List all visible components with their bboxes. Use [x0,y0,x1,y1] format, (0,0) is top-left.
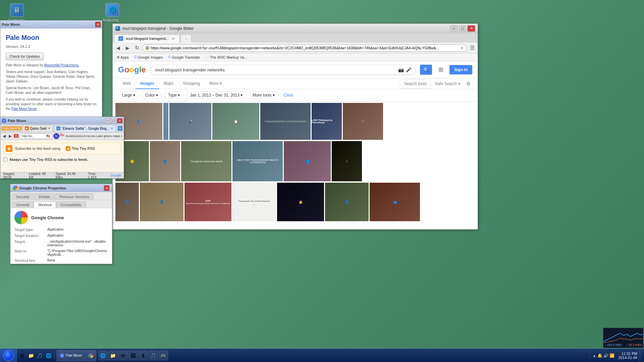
desktop-icon-analyzing[interactable]: 🌐 Analyzing... [99,3,126,22]
browser-tab-eleanor[interactable]: G "Eleanor Saitta" - Google Blog... ✕ [54,125,116,132]
safe-search-button[interactable]: Safe Search ▾ [431,79,464,88]
tray-expand-btn[interactable]: ▲ [593,354,596,358]
tab-manager-icon[interactable]: ⊞ [118,126,122,131]
image-item-10[interactable]: NEW YORK TRANSGENDER HEALTH CONFERENCE [232,141,283,181]
quinn-tab-close[interactable]: ✕ [48,127,51,130]
browser-maximize-btn[interactable]: □ [459,25,466,32]
google-apps-grid-button[interactable]: ⊞ [436,65,445,74]
nav-images[interactable]: Images [136,78,159,89]
pm-forward-btn[interactable]: ▶ [8,134,13,138]
tray-network-icon[interactable]: 📶 [609,353,614,358]
browser-tab-quinn[interactable]: ◉ Quinn Said ✕ [22,125,53,132]
pale-moon-badge[interactable]: Pale Moon ▾ [2,126,21,130]
taskbar-ie[interactable]: 🌐 [44,350,52,361]
nav-more[interactable]: More ▾ [205,78,226,89]
image-item-17[interactable]: 🧑 [277,183,324,221]
settings-gear-button[interactable]: ⚙ [464,80,472,88]
browser-tab-active[interactable]: G -inurl:blogspot transgend... ✕ [114,35,180,43]
taskbar-show-desktop[interactable]: 🖥 [18,350,26,361]
bookmark-google-images[interactable]: G Google Images [133,55,164,60]
feed-app-selector[interactable]: ◉ Tiny Tiny RSS [66,146,95,151]
taskbar-item-pale-moon[interactable]: Pale Moon [57,350,85,361]
image-item-18[interactable]: 👤 [325,183,369,221]
pm-stop-btn[interactable]: ✕ [14,134,18,138]
address-bar[interactable]: 🔒 https://www.google.com/search?q=-inurl… [142,44,467,52]
forward-button[interactable]: ▶ [123,44,131,52]
image-item-11[interactable]: 👥 [284,141,331,181]
cp-close-button[interactable]: ✕ [104,185,109,191]
image-item-12[interactable]: 🕯 [332,141,362,181]
image-item-8[interactable]: 👤 [150,141,180,181]
filter-more-tools-btn[interactable]: More tools ▾ [249,91,278,99]
google-search-box[interactable]: -inurl:blogspot transgender networks 📷 🎤 [150,65,416,75]
check-updates-button[interactable]: Check for Updates [6,52,44,61]
browser-tab-new[interactable]: + [180,35,191,43]
taskbar-app-photo[interactable]: 🖼 [128,351,138,360]
image-item-9[interactable]: Transgender Awareness Month [181,141,231,181]
filter-type-btn[interactable]: Type ▾ [164,91,183,99]
pm-maximize-btn[interactable]: □ [111,118,116,123]
pm-address-bar[interactable]: http://w... 🇺🇸 [19,133,52,139]
tray-icon-2[interactable]: 🔊 [603,353,608,358]
pm-bookmark-more[interactable]: » [121,134,122,138]
pm-close-btn[interactable]: ✕ [117,118,122,123]
taskbar-app-torrent[interactable]: ⬇ [139,351,148,360]
cp-tab-general[interactable]: General [12,201,34,208]
taskbar-app-file[interactable]: 📁 [108,351,118,360]
star-icon[interactable]: ★ [460,46,464,50]
filter-size-btn[interactable]: Large ▾ [118,91,139,99]
browser-minimize-btn[interactable]: ─ [450,25,458,32]
filter-date-btn[interactable]: Jan 1, 2013 – Dec 31, 2013 ▾ [186,91,246,99]
bookmark-apps[interactable]: ⊞ Apps [115,55,130,60]
image-item-16[interactable]: Transgender Day of Remembrance ♀+♂ [232,183,276,221]
taskbar-app-chrome[interactable]: 🌐 [98,351,108,360]
filter-color-btn[interactable]: Color ▾ [142,91,162,99]
browser-close-btn[interactable]: ✕ [468,25,475,32]
image-item-3[interactable]: 📋 [212,103,259,140]
pm-duckduckgo-btn[interactable]: Du [60,133,64,139]
taskbar-explorer[interactable]: 📁 [27,350,35,361]
reload-button[interactable]: ↻ [133,44,141,52]
tray-icon-1[interactable]: 🔔 [597,353,602,358]
bookmark-google-translate[interactable]: G Google Translate [167,55,201,60]
image-item-6[interactable]: 🗺 [343,103,383,140]
pm-minimize-btn[interactable]: ─ [105,118,110,123]
image-item-15[interactable]: STP Stop Pathologizing Gender Diversity … [184,183,231,221]
cp-tab-details[interactable]: Details [35,193,55,200]
nav-maps[interactable]: Maps [159,78,178,89]
google-search-button[interactable]: 🔍 [420,65,432,75]
cp-tab-previous[interactable]: Previous Versions [55,193,93,200]
cp-tab-shortcut[interactable]: Shortcut [34,201,56,208]
image-item-14[interactable]: 👤 [140,183,183,221]
active-tab-close[interactable]: ✕ [171,36,175,41]
cp-tab-security[interactable]: Security [12,193,34,200]
image-item-2[interactable]: 🎤 [169,103,211,140]
taskbar-media[interactable]: 🎵 [36,350,44,361]
taskbar-app-mail[interactable]: ✉ [118,351,128,360]
search-tools-button[interactable]: Search tools [400,79,431,88]
filter-clear-btn[interactable]: Clear [281,92,296,99]
show-desktop-btn[interactable] [639,349,641,362]
taskbar-app-game[interactable]: 🎮 [159,351,168,360]
start-button[interactable] [0,349,17,362]
cp-tab-compatibility[interactable]: Compatibility [56,201,86,208]
desktop-icon-computer[interactable]: 🖥 Computer [3,3,30,22]
image-item-5[interactable]: LGBT Pathways to Parenthood [312,103,342,140]
pm-back-btn[interactable]: ◀ [2,134,7,138]
back-button[interactable]: ◀ [114,44,122,52]
forum-link[interactable]: Pale Moon forum [11,107,37,111]
eleanor-tab-close[interactable]: ✕ [111,127,113,130]
mic-icon[interactable]: 🎤 [406,67,412,72]
feed-always-use-checkbox[interactable] [3,158,7,162]
image-item-19[interactable]: 👥 [370,183,420,221]
nav-web[interactable]: Web [118,78,136,89]
camera-icon[interactable]: 📷 [398,67,404,72]
taskbar-app-music[interactable]: 🎵 [149,351,158,360]
menu-button[interactable]: ☰ [468,44,476,52]
bookmark-w3c[interactable]: 📄 The W3C Markup Va... [204,55,249,60]
nav-shopping[interactable]: Shopping [178,78,205,89]
pm-reload-btn[interactable]: ↻ [53,133,59,139]
tray-clock[interactable]: 11:31 PM 2014-01-04 [616,352,637,360]
image-item-4[interactable]: TRANSGENDER CONTROVERSY [260,103,311,140]
pm-close-button[interactable]: ✕ [95,22,101,27]
